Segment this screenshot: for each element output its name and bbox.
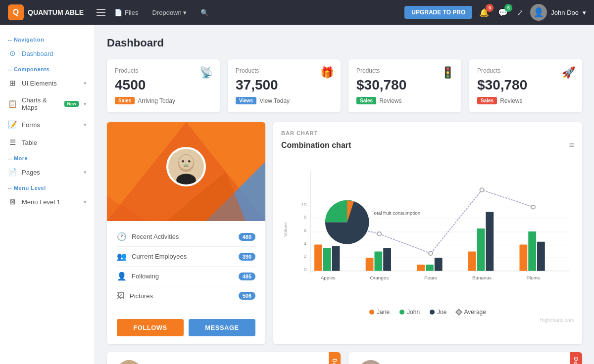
chart-menu-icon[interactable]: ≡ bbox=[569, 140, 574, 150]
svg-rect-30 bbox=[374, 251, 382, 271]
legend-joe: Joe bbox=[430, 309, 446, 316]
files-label: Files bbox=[125, 9, 138, 16]
stat-card-footer: Sales Reviews bbox=[356, 97, 453, 104]
svg-rect-37 bbox=[486, 212, 494, 271]
svg-rect-36 bbox=[477, 228, 485, 271]
layout: -- Navigation ⊙ Dashboard -- Components … bbox=[0, 25, 594, 364]
svg-rect-28 bbox=[332, 246, 340, 271]
sidebar-item-forms[interactable]: 📝 Forms ▾ bbox=[0, 116, 95, 134]
svg-rect-38 bbox=[519, 245, 527, 271]
messages-badge: 5 bbox=[504, 4, 512, 12]
search-icon: 🔍 bbox=[200, 9, 208, 16]
dropdown-label: Dropdown ▾ bbox=[152, 9, 187, 16]
table-icon: ☰ bbox=[8, 138, 17, 147]
svg-point-55 bbox=[358, 360, 383, 364]
sidebar-item-dashboard[interactable]: ⊙ Dashboard bbox=[0, 45, 95, 62]
follows-button[interactable]: FOLLOWS bbox=[117, 319, 184, 336]
user-menu[interactable]: 👤 John Doe ▾ bbox=[530, 4, 586, 21]
legend-dot-jane bbox=[369, 310, 374, 315]
stat-tag: Sales bbox=[115, 97, 135, 104]
chart-container: 0 2 4 6 8 10 Values bbox=[281, 155, 574, 304]
profile-stats: 🕐 Recent Activities 480 👥 Current Employ… bbox=[107, 221, 265, 311]
stat-pictures: 🖼 Pictures 506 bbox=[117, 286, 255, 305]
sidebar-item-pages[interactable]: 📄 Pages ▾ bbox=[0, 163, 95, 181]
avatar: 👤 bbox=[530, 4, 547, 21]
legend-average: Average bbox=[456, 309, 486, 316]
svg-rect-40 bbox=[537, 242, 545, 271]
clock-icon: 🕐 bbox=[117, 232, 127, 241]
chevron-down-icon: ▾ bbox=[84, 80, 87, 87]
menu-level-icon: ⊠ bbox=[8, 197, 17, 206]
sidebar-item-charts-maps[interactable]: 📋 Charts & Maps New ▾ bbox=[0, 92, 95, 116]
files-icon: 📄 bbox=[114, 9, 122, 16]
svg-rect-34 bbox=[435, 258, 443, 271]
hamburger-menu[interactable] bbox=[94, 6, 108, 19]
stat-label: Current Employees bbox=[132, 253, 187, 260]
svg-point-49 bbox=[480, 188, 484, 192]
profile-actions: FOLLOWS MESSAGE bbox=[107, 311, 265, 344]
main-content: Dashboard Products 📡 4500 Sales Arriving… bbox=[95, 25, 594, 364]
search-nav-item[interactable]: 🔍 bbox=[195, 6, 214, 19]
svg-text:10: 10 bbox=[301, 202, 306, 207]
stat-tag: Sales bbox=[356, 97, 376, 104]
stat-count: 390 bbox=[239, 253, 255, 261]
legend-dot-john bbox=[399, 310, 404, 315]
chart-section-title: BAR CHART bbox=[281, 130, 574, 136]
stat-tag: Sales bbox=[477, 97, 497, 104]
stat-card-products-sales: Products 📡 4500 Sales Arriving Today bbox=[107, 59, 220, 112]
sidebar: -- Navigation ⊙ Dashboard -- Components … bbox=[0, 25, 95, 364]
person-role-label-1: Designer bbox=[332, 359, 338, 364]
svg-text:Apples: Apples bbox=[321, 275, 336, 280]
stat-label: Pictures bbox=[130, 292, 153, 300]
stat-card-icon: 📡 bbox=[199, 66, 213, 79]
svg-rect-26 bbox=[314, 245, 322, 271]
legend-label-joe: Joe bbox=[437, 309, 446, 316]
fullscreen-button[interactable]: ⤢ bbox=[515, 6, 525, 19]
sidebar-item-ui-elements[interactable]: ⊞ UI Elements ▾ bbox=[0, 74, 95, 92]
sidebar-item-label: Pages bbox=[22, 169, 40, 176]
stat-card-icon: 🎁 bbox=[320, 66, 334, 79]
legend-label-jane: Jane bbox=[377, 309, 390, 316]
person-card-designer: Josephin Doe contact@admin.com Designer bbox=[107, 352, 341, 364]
content-row: Josephin Villa Software Engineer 🕐 Recen… bbox=[107, 122, 582, 344]
svg-text:Bananas: Bananas bbox=[472, 275, 492, 280]
stat-cards: Products 📡 4500 Sales Arriving Today Pro… bbox=[107, 59, 582, 112]
messages-button[interactable]: 💬 5 bbox=[496, 6, 510, 19]
stat-left: 🖼 Pictures bbox=[117, 291, 153, 300]
components-section-label: -- Components bbox=[0, 62, 95, 74]
chevron-down-icon: ▾ bbox=[84, 122, 87, 128]
upgrade-button[interactable]: UPGRADE TO PRO bbox=[404, 6, 472, 19]
stat-label: Recent Activities bbox=[132, 233, 179, 240]
person-avatar-1 bbox=[117, 360, 142, 364]
stat-tag: Views bbox=[236, 97, 256, 104]
person-avatar-2 bbox=[358, 360, 383, 364]
files-nav-item[interactable]: 📄 Files bbox=[108, 6, 144, 19]
svg-text:Plums: Plums bbox=[526, 275, 540, 280]
stat-following: 👤 Following 485 bbox=[117, 267, 255, 286]
user-chevron-icon: ▾ bbox=[583, 9, 586, 16]
svg-text:6: 6 bbox=[304, 228, 307, 233]
stat-count: 480 bbox=[239, 233, 255, 241]
stat-card-products-views: Products 🎁 37,500 Views View Today bbox=[228, 59, 341, 112]
svg-point-50 bbox=[531, 205, 535, 209]
svg-rect-11 bbox=[184, 165, 188, 166]
logo[interactable]: Q QUANTUM ABLE bbox=[8, 4, 84, 20]
sidebar-item-table[interactable]: ☰ Table bbox=[0, 134, 95, 151]
dropdown-nav-item[interactable]: Dropdown ▾ bbox=[146, 6, 193, 19]
stat-card-label: Products bbox=[477, 67, 574, 74]
combination-chart-svg: 0 2 4 6 8 10 Values bbox=[281, 155, 574, 304]
sidebar-item-label: Menu Level 1 bbox=[22, 198, 60, 206]
svg-point-48 bbox=[429, 251, 433, 255]
svg-point-8 bbox=[176, 174, 196, 186]
sidebar-item-label: Dashboard bbox=[22, 50, 53, 57]
ui-elements-icon: ⊞ bbox=[8, 79, 17, 88]
message-button[interactable]: MESSAGE bbox=[189, 319, 255, 336]
stat-card-icon: 🚦 bbox=[441, 66, 454, 79]
chart-title: Combination chart bbox=[281, 141, 351, 150]
notifications-button[interactable]: 🔔 9 bbox=[477, 6, 491, 19]
notifications-badge: 9 bbox=[486, 4, 494, 12]
sidebar-item-label: Table bbox=[22, 139, 37, 146]
stat-card-sub: Reviews bbox=[500, 97, 522, 104]
sidebar-item-menu-level-1[interactable]: ⊠ Menu Level 1 ▾ bbox=[0, 193, 95, 211]
logo-text: QUANTUM ABLE bbox=[28, 8, 84, 16]
